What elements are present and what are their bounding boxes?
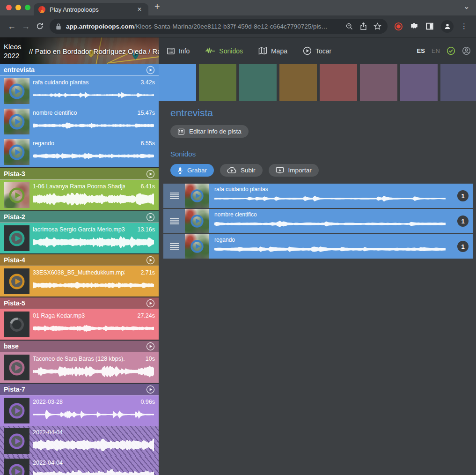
- record-extension-icon[interactable]: [394, 22, 403, 31]
- record-button[interactable]: Grabar: [170, 164, 214, 177]
- play-sound-icon[interactable]: [8, 273, 25, 290]
- sound-item[interactable]: 01 Raga Kedar.mp3 27.24s: [0, 309, 159, 340]
- tab-info[interactable]: Info: [167, 47, 190, 55]
- url-bar[interactable]: app.antropoloops.com/Kleos-Santa-Marina/…: [50, 19, 388, 34]
- sound-item[interactable]: rafa cuidando plantas 3.42s: [0, 76, 159, 106]
- track-swatch[interactable]: [320, 64, 357, 101]
- back-button[interactable]: ←: [5, 22, 19, 31]
- edit-track-info-button[interactable]: Editar info de pista: [170, 125, 249, 138]
- sound-thumbnail[interactable]: [4, 459, 29, 475]
- play-track-icon[interactable]: [146, 66, 155, 74]
- sound-row[interactable]: regando 1: [163, 234, 473, 259]
- play-sound-icon[interactable]: [190, 189, 204, 203]
- play-sound-icon[interactable]: [8, 83, 25, 100]
- sound-thumbnail[interactable]: [4, 225, 29, 251]
- drag-handle[interactable]: [163, 209, 185, 233]
- play-track-icon[interactable]: [146, 256, 155, 265]
- sound-item[interactable]: 2022-03-28 0.96s: [0, 395, 159, 426]
- sound-thumbnail[interactable]: [4, 78, 29, 104]
- sound-item[interactable]: nombre cientifico 15.47s: [0, 106, 159, 137]
- sound-name: 2022-04-04: [33, 429, 137, 436]
- tab-close-icon[interactable]: ✕: [135, 5, 144, 14]
- play-track-icon[interactable]: [146, 170, 155, 178]
- play-sound-icon[interactable]: [190, 239, 204, 253]
- play-sound-icon[interactable]: [8, 230, 25, 247]
- track-swatch[interactable]: [279, 64, 317, 101]
- sound-thumbnail[interactable]: [4, 109, 29, 134]
- track-section-header[interactable]: entrevista: [0, 64, 159, 76]
- browser-menu-icon[interactable]: ⋮: [461, 22, 468, 30]
- tab-sonidos[interactable]: Sonidos: [205, 47, 243, 55]
- track-section-header[interactable]: Pista-4: [0, 254, 159, 266]
- reload-button[interactable]: [33, 22, 47, 30]
- profile-avatar[interactable]: [441, 20, 454, 33]
- drag-handle[interactable]: [163, 234, 185, 259]
- sync-check-icon[interactable]: [447, 46, 455, 55]
- zoom-level-icon[interactable]: [345, 22, 353, 30]
- logo-line1: Kleos: [4, 42, 22, 51]
- sound-thumbnail[interactable]: [4, 182, 29, 208]
- track-swatch-selected[interactable]: [159, 64, 196, 101]
- sound-duration: 27.24s: [137, 312, 155, 319]
- play-sound-icon[interactable]: [8, 402, 25, 419]
- drag-handle[interactable]: [163, 184, 185, 208]
- track-swatch[interactable]: [440, 64, 476, 101]
- bookmark-star-icon[interactable]: [373, 22, 381, 30]
- play-sound-icon[interactable]: [8, 433, 25, 450]
- lang-en-button[interactable]: EN: [432, 47, 440, 54]
- sound-item[interactable]: 33ESX6038_B5_Muthedukkum.mp3 2.71s: [0, 266, 159, 297]
- side-panel-icon[interactable]: [425, 22, 434, 30]
- track-swatch[interactable]: [360, 64, 397, 101]
- tab-tocar[interactable]: Tocar: [303, 46, 331, 55]
- track-swatch[interactable]: [239, 64, 277, 101]
- play-track-icon[interactable]: [146, 213, 155, 222]
- play-sound-icon[interactable]: [8, 113, 25, 130]
- track-section-header[interactable]: Pista-2: [0, 211, 159, 223]
- track-section-header[interactable]: base: [0, 341, 159, 352]
- sound-item[interactable]: regando 6.55s: [0, 137, 159, 167]
- play-track-icon[interactable]: [146, 299, 155, 308]
- sound-item[interactable]: 2022-04-04: [0, 456, 159, 475]
- sound-thumbnail[interactable]: [185, 234, 209, 259]
- sound-item[interactable]: lacrimosa Sergio García Merlo.mp3 13.16s: [0, 223, 159, 253]
- upload-button[interactable]: Subir: [220, 164, 263, 177]
- sound-row[interactable]: rafa cuidando plantas 1: [163, 184, 473, 208]
- play-sound-icon[interactable]: [8, 359, 25, 376]
- sound-thumbnail[interactable]: [4, 398, 29, 423]
- track-section-header[interactable]: Pista-5: [0, 297, 159, 309]
- sound-row[interactable]: nombre cientifico 1: [163, 209, 473, 233]
- sound-thumbnail[interactable]: [185, 184, 209, 208]
- play-sound-icon[interactable]: [190, 214, 204, 228]
- track-section-header[interactable]: Pista-3: [0, 168, 159, 180]
- forward-button[interactable]: →: [19, 22, 33, 31]
- sound-item[interactable]: 1-06 Lavanya Rama Poorna Shadjam Rupak..…: [0, 180, 159, 210]
- track-swatch[interactable]: [400, 64, 438, 101]
- import-button[interactable]: Importar: [269, 164, 319, 177]
- window-close-button[interactable]: [6, 5, 12, 10]
- tab-mapa[interactable]: Mapa: [258, 47, 287, 55]
- sound-thumbnail[interactable]: [4, 355, 29, 380]
- account-icon[interactable]: [462, 46, 471, 55]
- play-track-icon[interactable]: [146, 385, 155, 394]
- window-zoom-button[interactable]: [25, 5, 30, 10]
- sound-item[interactable]: Taconeo de Sara Baras (128 kbps).mp3 10s: [0, 352, 159, 383]
- browser-tab[interactable]: Play Antropoloops ✕: [34, 3, 148, 15]
- tab-search-chevron-icon[interactable]: ⌄: [463, 2, 469, 11]
- sound-thumbnail[interactable]: [4, 312, 29, 337]
- lang-es-button[interactable]: ES: [417, 47, 425, 54]
- track-section-header[interactable]: Pista-7: [0, 384, 159, 395]
- play-sound-icon[interactable]: [8, 144, 25, 161]
- share-icon[interactable]: [360, 22, 367, 30]
- play-sound-icon[interactable]: [8, 463, 25, 475]
- sound-thumbnail[interactable]: [4, 428, 29, 454]
- track-swatch[interactable]: [199, 64, 236, 101]
- play-track-icon[interactable]: [146, 342, 155, 351]
- sound-item[interactable]: 2022-04-04: [0, 426, 159, 456]
- new-tab-button[interactable]: +: [154, 1, 160, 12]
- play-sound-icon[interactable]: [8, 187, 25, 204]
- sound-thumbnail[interactable]: [185, 209, 209, 233]
- window-minimize-button[interactable]: [15, 5, 21, 10]
- sound-thumbnail[interactable]: [4, 139, 29, 165]
- sound-thumbnail[interactable]: [4, 268, 29, 294]
- extensions-puzzle-icon[interactable]: [410, 22, 418, 30]
